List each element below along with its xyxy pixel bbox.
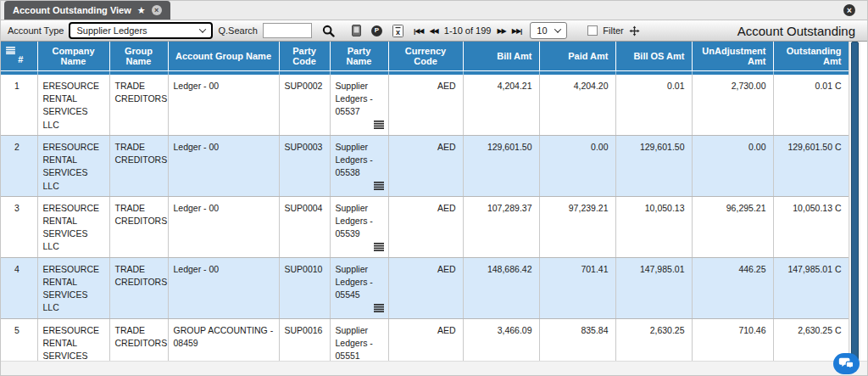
list-icon — [6, 47, 32, 54]
cell-row-number: 1 — [1, 75, 37, 135]
cell-party-name: Supplier Ledgers - 05539 — [330, 196, 388, 257]
cell-account-group-name: Ledger - 00 — [168, 257, 279, 318]
cell-party-name: Supplier Ledgers - 05551 — [330, 318, 388, 361]
table-header: # Company Name Group Name Account Group … — [1, 42, 849, 75]
device-icon — [352, 25, 361, 36]
cell-paid-amt: 701.41 — [539, 257, 615, 318]
column-header-group[interactable]: Group Name — [109, 42, 168, 70]
cell-unadjustment-amt: 2,730.00 — [692, 75, 773, 135]
account-type-select[interactable]: Supplier Ledgers — [69, 22, 213, 39]
cell-unadjustment-amt: 96,295.21 — [692, 196, 773, 257]
cell-party-code: SUP0003 — [279, 135, 330, 196]
tab-account-outstanding-view[interactable]: Account Outstanding View ★ × — [4, 1, 170, 20]
list-icon[interactable] — [374, 304, 384, 312]
page-size-select[interactable]: 10 — [530, 22, 567, 39]
cell-bill-os-amt: 147,985.01 — [615, 257, 692, 318]
tab-title: Account Outstanding View — [13, 5, 131, 15]
list-icon[interactable] — [374, 121, 384, 129]
column-header-unadjustment-amt[interactable]: UnAdjustment Amt — [692, 42, 773, 70]
list-icon[interactable] — [374, 243, 384, 251]
grid-area: # Company Name Group Name Account Group … — [1, 42, 867, 361]
cell-group-name: TRADE CREDITORS — [109, 257, 168, 318]
cell-company-name: ERESOURCE RENTAL SERVICES LLC — [37, 135, 109, 196]
window-close-button[interactable]: × — [843, 4, 855, 16]
cell-bill-os-amt: 2,630.25 — [615, 318, 692, 361]
quick-search-input[interactable] — [263, 23, 312, 38]
print-icon: P — [371, 25, 382, 36]
scrollbar-thumb[interactable] — [851, 42, 859, 361]
cell-company-name: ERESOURCE RENTAL SERVICES LLC — [37, 75, 109, 135]
cell-outstanding-amt: 0.01 C — [773, 75, 849, 135]
page-size-value: 10 — [537, 25, 547, 36]
cell-party-name: Supplier Ledgers - 05537 — [330, 75, 388, 135]
cell-group-name: TRADE CREDITORS — [109, 75, 168, 135]
pagination-range: 1-10 of 199 — [444, 25, 492, 36]
cell-bill-os-amt: 10,050.13 — [615, 196, 692, 257]
cell-outstanding-amt: 10,050.13 C — [773, 196, 849, 257]
excel-export-button[interactable]: x — [392, 25, 403, 37]
table-row[interactable]: 4 ERESOURCE RENTAL SERVICES LLC TRADE CR… — [1, 257, 849, 318]
search-button[interactable] — [322, 25, 335, 37]
favorite-star-icon[interactable]: ★ — [137, 6, 146, 15]
first-page-button[interactable]: |◀◀ — [414, 27, 424, 35]
cell-bill-os-amt: 0.01 — [615, 75, 692, 135]
column-header-party-code[interactable]: Party Code — [279, 42, 330, 70]
print-button[interactable]: P — [371, 25, 382, 36]
cell-bill-amt: 3,466.09 — [463, 318, 539, 361]
table-row[interactable]: 1 ERESOURCE RENTAL SERVICES LLC TRADE CR… — [1, 75, 849, 135]
table-row[interactable]: 5 ERESOURCE RENTAL SERVICES LLC TRADE CR… — [1, 318, 849, 361]
cell-group-name: TRADE CREDITORS — [109, 318, 168, 361]
table-body: 1 ERESOURCE RENTAL SERVICES LLC TRADE CR… — [1, 75, 849, 361]
excel-export-icon: x — [392, 25, 403, 37]
chevron-down-icon — [554, 25, 561, 32]
cell-currency-code: AED — [388, 257, 463, 318]
cell-unadjustment-amt: 446.25 — [692, 257, 773, 318]
cell-group-name: TRADE CREDITORS — [109, 135, 168, 196]
column-header-currency[interactable]: Currency Code — [388, 42, 463, 70]
cell-row-number: 2 — [1, 135, 37, 196]
cell-party-code: SUP0010 — [279, 257, 330, 318]
cell-bill-amt: 4,204.21 — [463, 75, 539, 135]
column-header-company[interactable]: Company Name — [37, 42, 109, 70]
table-row[interactable]: 2 ERESOURCE RENTAL SERVICES LLC TRADE CR… — [1, 135, 849, 196]
move-icon — [629, 25, 640, 36]
cell-party-code: SUP0016 — [279, 318, 330, 361]
column-header-account-group[interactable]: Account Group Name — [168, 42, 279, 70]
cell-bill-amt: 129,601.50 — [463, 135, 539, 196]
vertical-scrollbar[interactable] — [849, 42, 860, 361]
cell-group-name: TRADE CREDITORS — [109, 196, 168, 257]
column-header-party-name[interactable]: Party Name — [330, 42, 388, 70]
cell-currency-code: AED — [388, 318, 463, 361]
cell-account-group-name: GROUP ACCOUNTING - 08459 — [168, 318, 279, 361]
filter-checkbox[interactable] — [587, 25, 598, 36]
cell-currency-code: AED — [388, 75, 463, 135]
device-view-button[interactable] — [352, 25, 361, 36]
tab-close-icon[interactable]: × — [152, 5, 162, 15]
next-page-button[interactable]: ▶▶ — [497, 27, 505, 35]
cell-party-name: Supplier Ledgers - 05538 — [330, 135, 388, 196]
pagination: |◀◀ ◀◀ 1-10 of 199 ▶▶ ▶▶| — [414, 25, 521, 36]
cell-outstanding-amt: 129,601.50 C — [773, 135, 849, 196]
column-header-outstanding-amt[interactable]: Outstanding Amt — [773, 42, 849, 70]
app-window: Account Outstanding View ★ × × Account T… — [0, 0, 868, 376]
cell-paid-amt: 0.00 — [539, 135, 615, 196]
last-page-button[interactable]: ▶▶| — [512, 27, 522, 35]
chat-button[interactable] — [833, 353, 860, 374]
column-header-num[interactable]: # — [1, 42, 37, 70]
list-icon[interactable] — [374, 182, 384, 190]
quick-search-label: Q.Search — [218, 25, 257, 36]
cell-party-name: Supplier Ledgers - 05545 — [330, 257, 388, 318]
move-button[interactable] — [629, 25, 640, 36]
prev-page-button[interactable]: ◀◀ — [429, 27, 437, 35]
column-header-bill-os-amt[interactable]: Bill OS Amt — [615, 42, 692, 70]
account-type-label: Account Type — [8, 25, 64, 36]
column-header-bill-amt[interactable]: Bill Amt — [463, 42, 539, 70]
filter-label: Filter — [603, 25, 623, 36]
page-title: Account Outstanding — [737, 24, 855, 38]
cell-company-name: ERESOURCE RENTAL SERVICES LLC — [37, 196, 109, 257]
cell-account-group-name: Ledger - 00 — [168, 196, 279, 257]
column-header-paid-amt[interactable]: Paid Amt — [539, 42, 615, 70]
table-row[interactable]: 3 ERESOURCE RENTAL SERVICES LLC TRADE CR… — [1, 196, 849, 257]
cell-row-number: 4 — [1, 257, 37, 318]
cell-bill-amt: 148,686.42 — [463, 257, 539, 318]
